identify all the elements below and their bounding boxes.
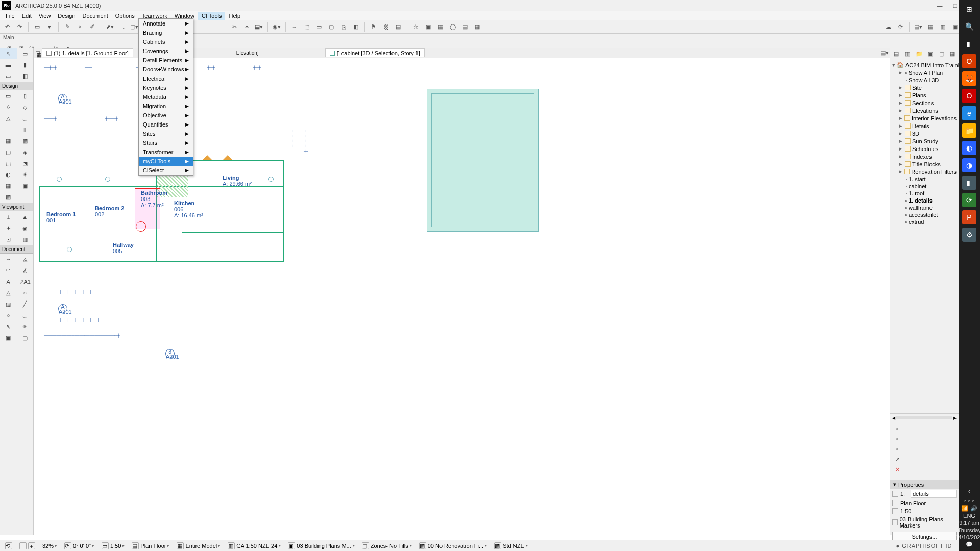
clip-icon[interactable]: ◧ (351, 22, 361, 32)
sheets-icon[interactable]: ▥ (938, 22, 948, 32)
menu-sites[interactable]: Sites▶ (139, 129, 193, 138)
viewport-3d[interactable] (335, 68, 890, 535)
change-tool[interactable]: △ (0, 287, 17, 298)
tree-item[interactable]: ▫1. roof (891, 190, 958, 197)
section-tool[interactable]: ⟂ (0, 211, 17, 222)
page-icon[interactable]: ▤ (393, 22, 403, 32)
hatch-tool[interactable]: ▨ (0, 298, 17, 310)
tree-item[interactable]: ▫accesstoilet (891, 211, 958, 218)
tab-3d[interactable]: [] cabinet [3D / Selection, Story 1] (325, 48, 425, 57)
zoom-in-icon[interactable]: ＋ (28, 542, 35, 549)
plans-status-icon[interactable]: ▣ (288, 542, 295, 549)
morph-tool[interactable]: ◈ (17, 146, 34, 158)
globe-icon[interactable]: ◯ (448, 22, 458, 32)
undo-icon[interactable]: ↶ (2, 22, 12, 32)
opening-tool[interactable]: ⬚ (0, 158, 17, 169)
nav-folder-icon[interactable]: 📁 (914, 49, 924, 59)
snap-icon[interactable]: ⟂▾ (117, 22, 127, 32)
nav-up-icon[interactable]: ▫ (892, 444, 902, 454)
tab-grid-icon[interactable]: ▦ (36, 51, 40, 55)
scale-status-icon[interactable]: ▭ (102, 542, 109, 549)
volume-icon[interactable]: 🔊 (970, 505, 977, 512)
merge-icon[interactable]: ▢ (326, 22, 336, 32)
measure-icon[interactable]: ↔ (289, 22, 300, 32)
spline-tool[interactable]: ∿ (0, 321, 17, 332)
dropdown-icon[interactable]: ▾ (44, 22, 55, 32)
tray-icon[interactable]: ▫ (968, 498, 970, 504)
angle-tool[interactable]: ∡ (17, 265, 34, 276)
render-icon[interactable]: ▦ (435, 22, 446, 32)
tree-item[interactable]: ▸Schedules (891, 145, 958, 153)
menu-keynotes[interactable]: Keynotes▶ (139, 83, 193, 92)
tree-item-selected[interactable]: ▫1. details (891, 197, 958, 204)
expand-tray-icon[interactable]: ‹ (968, 487, 971, 495)
ie-tool[interactable]: ✦ (0, 222, 17, 234)
tree-item[interactable]: ▫1. start (891, 176, 958, 183)
beam-tool[interactable]: ▭ (0, 70, 17, 82)
star-icon[interactable]: ☆ (411, 22, 421, 32)
start-button[interactable]: ⊞ (962, 2, 976, 16)
app-icon-1[interactable]: ◐ (962, 141, 976, 155)
menu-transformer[interactable]: Transformer▶ (139, 147, 193, 157)
zoom-out-icon[interactable]: − (19, 542, 27, 549)
menu-objective[interactable]: Objective▶ (139, 111, 193, 120)
arrow-tool-icon[interactable]: ⬈▾ (105, 22, 115, 32)
archicad-taskbar-icon[interactable]: ◧ (962, 176, 976, 190)
shell-tool[interactable]: ◡ (17, 113, 34, 124)
layer-status-icon[interactable]: ▤ (132, 542, 139, 549)
nav-project-icon[interactable]: ▤ (891, 49, 901, 59)
system-tray[interactable]: ▫▫▫ 📶🔊 ENG 9:17 am Thursday 14/10/2021 💬 (955, 498, 980, 551)
worksheet-tool[interactable]: ▥ (17, 234, 34, 245)
menu-electrical[interactable]: Electrical▶ (139, 74, 193, 83)
mesh-tool[interactable]: ▩ (17, 135, 34, 146)
menu-document[interactable]: Document (79, 12, 112, 20)
menu-help[interactable]: Help (225, 12, 244, 20)
flag-icon[interactable]: ⚑ (369, 22, 379, 32)
tree-item[interactable]: ▸Interior Elevations (891, 114, 958, 122)
tree-item[interactable]: ▸Title Blocks (891, 160, 958, 168)
search-icon[interactable]: 🔍 (962, 19, 976, 34)
nav-out-icon[interactable]: ↗ (892, 454, 902, 464)
roof-tool[interactable]: △ (0, 113, 17, 124)
tree-item[interactable]: ▸Sun Study (891, 137, 958, 145)
cloud-icon[interactable]: ☁ (883, 22, 893, 32)
pen-icon[interactable]: ✐ (87, 22, 97, 32)
detail-tool[interactable]: ⊡ (0, 234, 17, 245)
renov-status-icon[interactable]: ▨ (419, 542, 426, 549)
tree-item[interactable]: ▫extrud (891, 218, 958, 226)
sphere-icon[interactable]: ◉▾ (272, 22, 282, 32)
open-icon[interactable]: ▭ (32, 22, 42, 32)
object-tool[interactable]: ◊ (0, 102, 17, 113)
graphisoft-id[interactable]: ●GRAPHISOFT ID (890, 540, 959, 551)
tree-item[interactable]: ▸▫Show All Plan (891, 69, 958, 77)
menu-options[interactable]: Options (112, 12, 138, 20)
grid-tool[interactable]: ▦ (0, 180, 17, 191)
tree-item[interactable]: ▸Plans (891, 91, 958, 99)
firefox-icon[interactable]: 🦊 (962, 71, 976, 86)
drop-icon[interactable]: ⬓▾ (254, 22, 264, 32)
nav-set-icon[interactable]: ▦ (947, 49, 958, 59)
menu-mycitools[interactable]: myCI Tools▶ (139, 157, 193, 166)
nav-new-icon[interactable]: ▫ (892, 423, 902, 434)
tree-item[interactable]: ▸Elevations (891, 107, 958, 114)
menu-design[interactable]: Design (54, 12, 79, 20)
view-settings-icon[interactable]: ▤▾ (879, 48, 890, 58)
tab-floorplan[interactable]: (1) 1. details [1. Ground Floor] (42, 48, 133, 57)
redo-icon[interactable]: ↷ (14, 22, 24, 32)
menu-view[interactable]: View (35, 12, 55, 20)
menu-file[interactable]: File (2, 12, 18, 20)
crop-icon[interactable]: ⬚ (302, 22, 312, 32)
hotspot-tool[interactable]: ✳ (17, 321, 34, 332)
railing-tool[interactable]: ⫴ (17, 124, 34, 135)
sheet-icon[interactable]: ▤ (460, 22, 470, 32)
clock-time[interactable]: 9:17 am (959, 520, 979, 526)
nav-layout-icon[interactable]: ▣ (925, 49, 936, 59)
office-icon[interactable]: O (962, 54, 976, 68)
menu-cabinets[interactable]: Cabinets▶ (139, 37, 193, 46)
properties-header[interactable]: ▾Properties (890, 480, 959, 489)
std-status-icon[interactable]: ▩ (494, 542, 501, 549)
tree-item[interactable]: ▸Site (891, 84, 958, 91)
powerpoint-icon[interactable]: P (962, 210, 976, 224)
zones-status-icon[interactable]: ▢ (362, 542, 369, 549)
column-tool[interactable]: ▮ (17, 59, 34, 70)
